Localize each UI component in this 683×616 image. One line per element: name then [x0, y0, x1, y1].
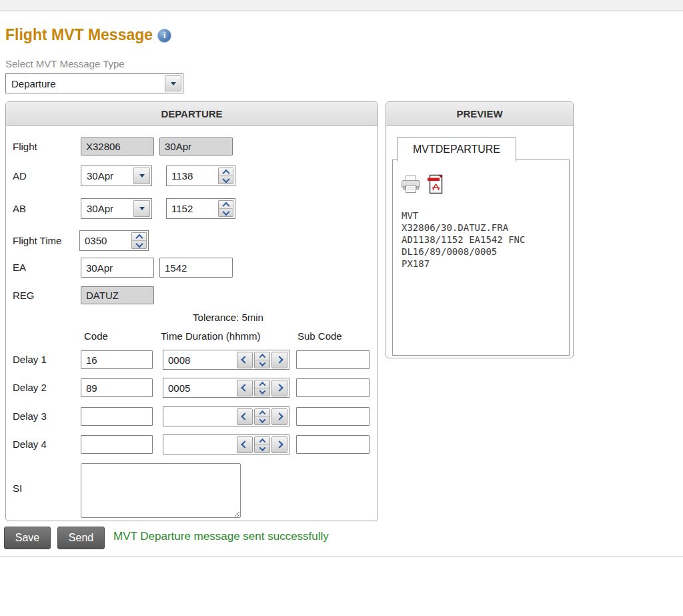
- delay-2-label: Delay 2: [13, 378, 47, 398]
- flight-date-field[interactable]: [159, 137, 233, 156]
- increment-icon[interactable]: [271, 380, 287, 396]
- spin-down-icon[interactable]: [219, 176, 233, 184]
- si-label: SI: [13, 483, 22, 494]
- increment-icon[interactable]: [271, 352, 287, 368]
- delay-4-subcode-field[interactable]: [296, 435, 370, 454]
- flight-time-spinner[interactable]: 0350: [79, 230, 149, 251]
- message-type-select[interactable]: Departure: [5, 73, 183, 93]
- spin-down-icon[interactable]: [255, 416, 269, 424]
- chevron-down-icon[interactable]: [133, 200, 150, 217]
- ad-date-value: 30Apr: [81, 166, 132, 186]
- delay-1-label: Delay 1: [13, 350, 47, 370]
- increment-icon[interactable]: [271, 436, 287, 453]
- spin-up-icon[interactable]: [219, 168, 233, 176]
- decrement-icon[interactable]: [237, 436, 253, 453]
- flight-label: Flight: [13, 137, 37, 156]
- delay-3-subcode-field[interactable]: [296, 407, 370, 426]
- chevron-down-icon[interactable]: [133, 168, 150, 184]
- mvt-message-text: MVT X32806/30.DATUZ.FRA AD1138/1152 EA15…: [402, 210, 525, 270]
- ad-label: AD: [13, 166, 27, 186]
- ab-date-select[interactable]: 30Apr: [81, 198, 152, 219]
- send-button[interactable]: Send: [57, 527, 105, 549]
- si-textarea[interactable]: [81, 463, 241, 518]
- spin-down-icon[interactable]: [132, 240, 146, 248]
- delay-3-code-field[interactable]: [81, 407, 153, 426]
- delay-4-label: Delay 4: [13, 434, 47, 454]
- delay-2-duration-value: 0005: [163, 382, 237, 394]
- delay-4-duration-field[interactable]: [163, 434, 289, 454]
- delay-2-subcode-field[interactable]: [296, 378, 370, 397]
- top-bar: [0, 0, 683, 11]
- spin-up-icon[interactable]: [255, 437, 269, 444]
- delay-1-duration-field[interactable]: 0008: [163, 350, 289, 370]
- ea-date-field[interactable]: [81, 258, 154, 278]
- ab-label: AB: [13, 198, 26, 219]
- flight-number-field[interactable]: [81, 137, 154, 156]
- delay-1-subcode-field[interactable]: [296, 350, 370, 369]
- ad-time-spinner[interactable]: 1138: [166, 166, 235, 186]
- printer-icon[interactable]: [401, 175, 421, 195]
- spin-up-icon[interactable]: [219, 201, 233, 208]
- message-type-value: Departure: [6, 74, 163, 93]
- departure-panel: DEPARTURE Flight AD 30Apr 1138 AB 30Apr …: [5, 101, 378, 521]
- message-type-label: Select MVT Message Type: [5, 58, 125, 69]
- spin-up-icon[interactable]: [255, 409, 269, 416]
- ad-date-select[interactable]: 30Apr: [81, 166, 152, 186]
- preview-panel-header: PREVIEW: [386, 102, 573, 126]
- reg-field[interactable]: [81, 286, 154, 304]
- ad-time-value: 1138: [167, 166, 217, 186]
- chevron-down-icon[interactable]: [165, 75, 181, 91]
- reg-label: REG: [13, 286, 35, 304]
- spin-down-icon[interactable]: [219, 208, 233, 216]
- subcode-column-header: Sub Code: [297, 330, 342, 342]
- delay-2-duration-field[interactable]: 0005: [163, 378, 289, 398]
- increment-icon[interactable]: [271, 408, 287, 425]
- delay-1-code-field[interactable]: [81, 350, 153, 369]
- spin-down-icon[interactable]: [255, 388, 269, 396]
- delay-4-code-field[interactable]: [81, 435, 153, 454]
- delay-3-duration-field[interactable]: [163, 406, 289, 426]
- decrement-icon[interactable]: [237, 352, 253, 368]
- tolerance-label: Tolerance: 5min: [161, 312, 295, 323]
- spin-up-icon[interactable]: [255, 352, 269, 360]
- page-title: Flight MVT Message: [5, 26, 153, 44]
- ab-date-value: 30Apr: [81, 199, 132, 218]
- preview-panel: PREVIEW MVTDEPARTURE: [386, 101, 574, 358]
- spin-up-icon[interactable]: [255, 380, 269, 388]
- spin-down-icon[interactable]: [255, 360, 269, 368]
- flight-time-value: 0350: [80, 231, 130, 250]
- flight-mvt-page: Flight MVT Message i Select MVT Message …: [0, 0, 683, 616]
- duration-column-header: Time Duration (hhmm): [161, 330, 260, 342]
- decrement-icon[interactable]: [237, 380, 253, 396]
- delay-2-code-field[interactable]: [81, 378, 153, 397]
- status-message: MVT Departure message sent successfully: [113, 530, 329, 543]
- departure-panel-header: DEPARTURE: [6, 102, 378, 126]
- ea-label: EA: [13, 258, 26, 278]
- preview-content-box: MVT X32806/30.DATUZ.FRA AD1138/1152 EA15…: [392, 160, 570, 356]
- code-column-header: Code: [84, 330, 108, 342]
- ea-time-field[interactable]: [159, 258, 233, 278]
- delay-1-duration-value: 0008: [163, 354, 237, 366]
- flight-time-label: Flight Time: [13, 230, 61, 251]
- info-icon[interactable]: i: [157, 29, 171, 43]
- ab-time-value: 1152: [167, 199, 217, 218]
- tab-mvtdeparture[interactable]: MVTDEPARTURE: [397, 137, 516, 162]
- bottom-divider: [0, 556, 683, 557]
- ab-time-spinner[interactable]: 1152: [166, 198, 235, 219]
- spin-down-icon[interactable]: [255, 444, 269, 452]
- decrement-icon[interactable]: [237, 408, 253, 425]
- pdf-icon[interactable]: [426, 174, 445, 195]
- delay-3-label: Delay 3: [13, 406, 47, 426]
- spin-up-icon[interactable]: [132, 233, 146, 240]
- save-button[interactable]: Save: [4, 527, 51, 549]
